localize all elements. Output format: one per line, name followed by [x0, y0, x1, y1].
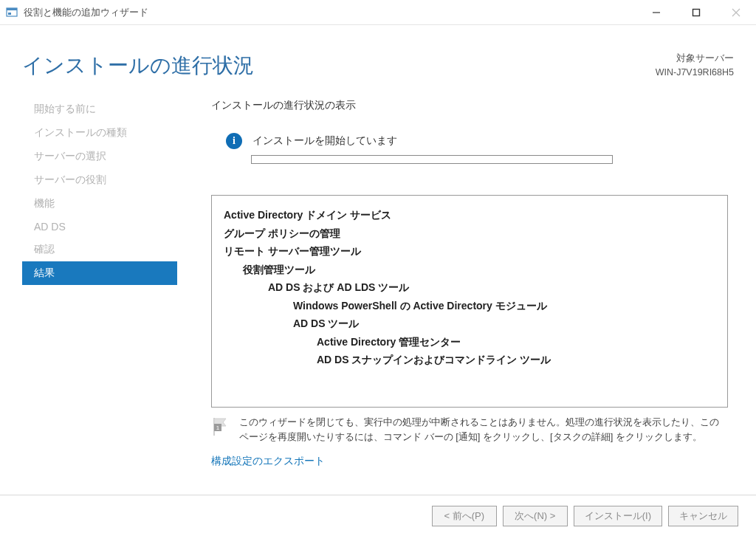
status-row: i インストールを開始しています: [211, 133, 734, 149]
sidebar-item-server-roles: サーバーの役割: [22, 168, 177, 192]
svg-rect-1: [7, 8, 17, 10]
wizard-body: 開始する前に インストールの種類 サーバーの選択 サーバーの役割 機能 AD D…: [0, 95, 756, 478]
page-title: インストールの進行状況: [22, 52, 254, 80]
info-icon: i: [226, 133, 242, 149]
sidebar-item-confirmation: 確認: [22, 238, 177, 261]
notice-text: このウィザードを閉じても、実行中の処理が中断されることはありません。処理の進行状…: [239, 415, 728, 444]
prev-button[interactable]: < 前へ(P): [432, 506, 497, 526]
flag-icon: 1: [211, 416, 229, 437]
app-icon: [6, 7, 18, 18]
target-server-box: 対象サーバー WIN-J7V19RI68H5: [656, 52, 734, 80]
sidebar-item-adds: AD DS: [22, 216, 177, 238]
titlebar: 役割と機能の追加ウィザード: [0, 0, 756, 25]
detail-line: AD DS および AD LDS ツール: [224, 278, 715, 297]
svg-rect-4: [693, 9, 700, 16]
notice-row: 1 このウィザードを閉じても、実行中の処理が中断されることはありません。処理の進…: [211, 415, 728, 444]
window-title: 役割と機能の追加ウィザード: [24, 6, 148, 19]
sidebar-item-server-selection: サーバーの選択: [22, 145, 177, 168]
detail-line: Active Directory ドメイン サービス: [224, 206, 715, 224]
wizard-sidebar: 開始する前に インストールの種類 サーバーの選択 サーバーの役割 機能 AD D…: [22, 95, 177, 478]
detail-line: AD DS スナップインおよびコマンドライン ツール: [224, 351, 715, 369]
window-controls: [636, 1, 756, 24]
install-details[interactable]: Active Directory ドメイン サービス グループ ポリシーの管理 …: [211, 195, 728, 408]
detail-line: Active Directory 管理センター: [224, 333, 715, 351]
detail-line: 役割管理ツール: [224, 261, 715, 279]
detail-line: リモート サーバー管理ツール: [224, 242, 715, 261]
cancel-button[interactable]: キャンセル: [668, 506, 738, 526]
install-button[interactable]: インストール(I): [574, 506, 662, 526]
minimize-button[interactable]: [636, 1, 676, 24]
svg-rect-2: [8, 13, 11, 15]
footer: < 前へ(P) 次へ(N) > インストール(I) キャンセル: [0, 495, 756, 536]
detail-line: グループ ポリシーの管理: [224, 224, 715, 243]
subtitle: インストールの進行状況の表示: [211, 99, 734, 112]
close-button[interactable]: [716, 1, 756, 24]
sidebar-item-results[interactable]: 結果: [22, 261, 177, 285]
progress-bar: [251, 155, 613, 164]
sidebar-item-installation-type: インストールの種類: [22, 121, 177, 145]
server-label: 対象サーバー: [656, 52, 734, 66]
sidebar-item-before-you-begin: 開始する前に: [22, 97, 177, 121]
status-text: インストールを開始しています: [252, 134, 397, 148]
server-name: WIN-J7V19RI68H5: [656, 66, 734, 80]
sidebar-item-features: 機能: [22, 192, 177, 216]
export-settings-link[interactable]: 構成設定のエクスポート: [211, 455, 325, 468]
next-button[interactable]: 次へ(N) >: [503, 506, 568, 526]
detail-line: Windows PowerShell の Active Directory モジ…: [224, 297, 715, 315]
maximize-button[interactable]: [676, 1, 716, 24]
detail-line: AD DS ツール: [224, 315, 715, 333]
header: インストールの進行状況 対象サーバー WIN-J7V19RI68H5: [0, 25, 756, 95]
main-panel: インストールの進行状況の表示 i インストールを開始しています Active D…: [177, 95, 734, 478]
